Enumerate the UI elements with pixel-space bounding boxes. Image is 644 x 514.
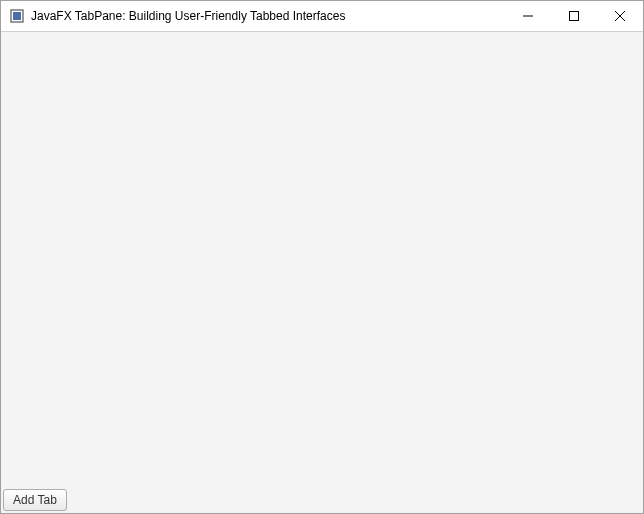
bottom-bar: Add Tab [3, 489, 67, 511]
app-icon [9, 8, 25, 24]
titlebar[interactable]: JavaFX TabPane: Building User-Friendly T… [1, 1, 643, 32]
content-area: Add Tab [1, 32, 643, 513]
svg-rect-3 [570, 11, 579, 20]
minimize-button[interactable] [505, 1, 551, 31]
maximize-button[interactable] [551, 1, 597, 31]
minimize-icon [523, 9, 533, 24]
svg-rect-1 [13, 12, 21, 20]
add-tab-button[interactable]: Add Tab [3, 489, 67, 511]
close-icon [615, 9, 625, 24]
window-controls [505, 1, 643, 31]
maximize-icon [569, 9, 579, 24]
window-title: JavaFX TabPane: Building User-Friendly T… [31, 9, 505, 23]
application-window: JavaFX TabPane: Building User-Friendly T… [0, 0, 644, 514]
close-button[interactable] [597, 1, 643, 31]
